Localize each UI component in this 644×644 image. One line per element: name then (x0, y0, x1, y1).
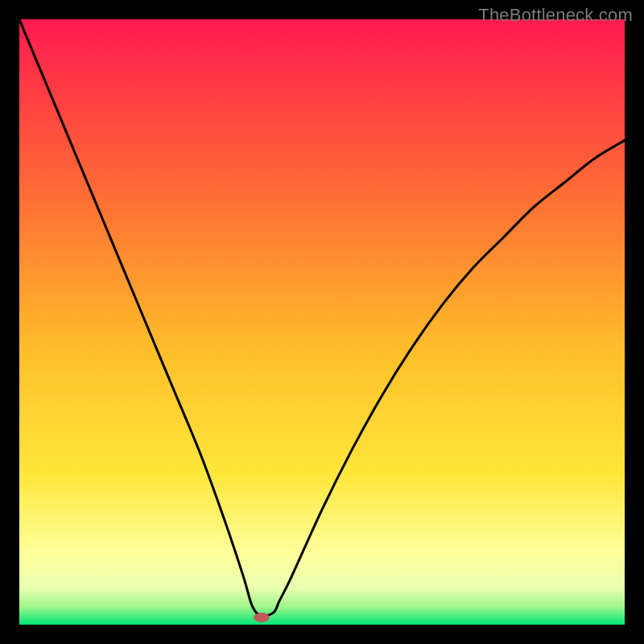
optimum-marker (254, 613, 270, 622)
watermark-text: TheBottleneck.com (478, 5, 633, 26)
chart-frame: TheBottleneck.com (0, 0, 644, 644)
gradient-background (19, 19, 625, 625)
chart-svg (19, 19, 625, 625)
plot-area (19, 19, 625, 625)
